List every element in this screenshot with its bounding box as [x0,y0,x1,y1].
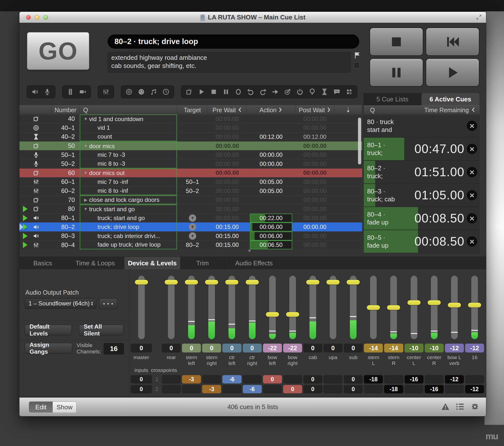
cue-name-cell[interactable]: mic 8 to -inf [80,187,177,196]
visible-channels-value[interactable]: 16 [104,343,124,355]
cue-name-cell[interactable]: ▼truck start and go [80,205,177,214]
fader-handle[interactable] [286,312,299,317]
cue-notes[interactable]: extended highway road ambiance cab sound… [108,52,351,73]
transport-play-button[interactable] [426,58,479,87]
cue-name-cell[interactable]: truck; drive loop [80,223,177,231]
fader-value[interactable]: 0 [243,344,262,353]
fader-track[interactable] [269,276,276,339]
cue-row[interactable]: 80–4fade up truck; drive loop80–200:15.0… [19,240,362,250]
toolbar-music-button[interactable] [148,87,159,97]
column-resize-dot[interactable] [249,250,251,252]
continue-column-icon[interactable] [334,106,362,114]
set-all-silent-button[interactable]: Set All Silent [79,325,123,335]
fader-value[interactable]: -10 [405,344,423,353]
cue-name-cell[interactable]: truck; cab interior drivi... [80,232,177,240]
crosspoint-cell[interactable]: 0 [303,375,322,383]
fader-handle[interactable] [448,303,461,307]
fader-handle[interactable] [266,312,279,317]
tab-time-loops[interactable]: Time & Loops [66,257,124,269]
cue-row[interactable]: 80–1truck; start and go00:00.0000:22.000… [19,214,362,223]
crosspoint-cell[interactable]: 0 [131,385,152,393]
cue-row[interactable]: 50–2mic 8 to -300:00.0000:00.0000:00.00 [19,160,362,169]
crosspoint-cell[interactable]: 0 [263,375,282,383]
title-bar[interactable]: LA RUTA SHOW – Main Cue List [19,12,486,23]
fader-track[interactable] [451,276,458,339]
toolbar-stop-button[interactable] [208,87,219,97]
crosspoint-cell[interactable]: -16 [405,375,423,383]
crosspoint-cell[interactable] [465,375,484,383]
fader-track[interactable] [289,276,296,339]
stop-active-cue-button[interactable]: × [464,167,480,177]
tab-basics[interactable]: Basics [19,257,66,269]
vertical-scrollbar[interactable] [358,118,361,164]
active-cue-row[interactable]: 80 · truckstart and× [364,114,480,138]
crosspoint-cell[interactable]: 0 [344,385,363,393]
crosspoint-cell[interactable]: 0 [303,385,322,393]
audio-patch-dropdown[interactable]: 1 – Soundflower (64ch) ▲▼ [25,298,96,309]
cue-name-cell[interactable]: mic 7 to -3 [80,150,177,159]
crosspoint-cell[interactable] [222,385,241,393]
toolbar-network-button[interactable] [344,87,355,97]
crosspoint-cell[interactable]: -16 [425,385,444,393]
fader-handle[interactable] [135,280,148,285]
flag-icon[interactable] [353,51,361,60]
col-post-wait[interactable]: Post Wait [295,106,334,114]
crosspoint-cell[interactable] [425,375,444,383]
fader-value[interactable]: -10 [425,344,444,353]
toolbar-target-button[interactable] [282,87,293,97]
toolbar-faders-button[interactable] [100,87,111,97]
toolbar-undo-button[interactable] [245,87,256,97]
disclosure-triangle[interactable]: ▼ [82,171,89,176]
col-number[interactable]: Number [52,106,80,114]
toolbar-play-button[interactable] [196,87,207,97]
transport-rewind-button[interactable] [426,28,479,56]
toolbar-midi-button[interactable] [136,87,147,97]
fader-track[interactable] [471,276,478,339]
toolbar-group-button[interactable] [184,87,195,97]
transport-stop-button[interactable] [370,28,423,56]
crosspoint-cell[interactable] [263,385,282,393]
tab-cue-lists[interactable]: 5 Cue Lists [363,93,421,105]
active-cue-row[interactable]: 80–4 ·fade up00:08.50× [364,207,480,230]
fader-value[interactable]: -14 [364,344,383,353]
fader-value[interactable]: 0 [202,344,221,353]
toolbar-pause-button[interactable] [221,87,232,97]
cue-name-cell[interactable]: truck; start and go [80,214,177,223]
go-button[interactable]: GO [27,32,89,70]
fader-track[interactable] [229,276,235,339]
fader-track[interactable] [168,276,175,339]
fader-track[interactable] [390,276,397,339]
fader-value[interactable]: -12 [465,344,484,353]
disclosure-triangle[interactable]: ▼ [82,144,89,149]
fader-value[interactable]: -22 [283,344,302,353]
toolbar-clock-button[interactable] [161,87,171,97]
fader-track[interactable] [431,276,437,339]
toolbar-script-button[interactable] [331,87,342,97]
col-pre-wait[interactable]: Pre Wait [208,106,247,114]
active-cue-row[interactable]: 80–3 ·truck; cab01:05.00× [364,184,480,207]
toolbar-camera-button[interactable] [77,87,88,97]
toolbar-mic-button[interactable] [42,87,53,97]
crosspoint-cell[interactable]: -12 [445,375,464,383]
cue-name-cell[interactable]: ▼door mics [80,142,177,150]
disclosure-triangle[interactable]: ▶ [82,197,89,203]
cue-row[interactable]: 80–3truck; cab interior drivi...00:15.00… [19,232,362,241]
cue-row[interactable]: 70▶close and lock cargo doors00:00.0000:… [19,196,362,205]
fader-track[interactable] [370,276,377,339]
cue-name-cell[interactable]: ▼door mics out [80,169,177,178]
fader-handle[interactable] [165,280,178,285]
crosspoint-cell[interactable]: -18 [384,385,403,393]
fader-value[interactable]: -12 [445,344,464,353]
toolbar-disarm-button[interactable] [307,87,318,97]
fader-value[interactable]: -14 [384,344,403,353]
fader-value[interactable]: 0 [324,344,342,353]
crosspoint-cell[interactable]: -3 [182,375,201,383]
active-cue-row[interactable]: 80–1 ·truck;00:47.00× [364,138,480,161]
crosspoint-cell[interactable] [384,375,403,383]
stop-active-cue-button[interactable]: × [464,121,480,131]
crosspoint-cell[interactable]: -12 [465,385,484,393]
patch-more-button[interactable]: • • • [99,298,117,309]
stop-active-cue-button[interactable]: × [464,236,480,247]
fader-value[interactable]: 0 [162,344,181,353]
toolbar-redo-button[interactable] [257,87,268,97]
